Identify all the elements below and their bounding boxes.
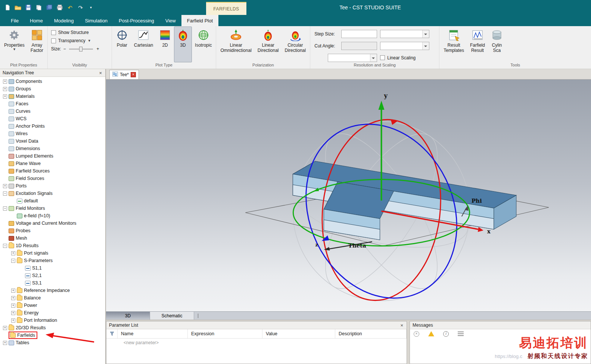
size-decrease-button[interactable]: − xyxy=(63,46,66,52)
expand-icon[interactable]: + xyxy=(11,318,15,323)
tree-item-curves[interactable]: Curves xyxy=(0,108,105,115)
contextual-tab-farfields[interactable]: FARFIELDS xyxy=(206,2,246,15)
expand-icon[interactable]: + xyxy=(11,251,15,255)
cylinder-scan-button[interactable]: Cylin Sca xyxy=(488,27,506,62)
result-templates-button[interactable]: Result Templates xyxy=(441,27,467,62)
menu-tab-farfield-plot[interactable]: Farfield Plot xyxy=(181,15,218,26)
column-header-name[interactable]: Name xyxy=(118,329,188,338)
expand-icon[interactable]: + xyxy=(11,289,15,293)
menu-tab-simulation[interactable]: Simulation xyxy=(79,15,113,26)
scaling-combo[interactable] xyxy=(328,54,377,62)
tree-item-probes[interactable]: Probes xyxy=(0,227,105,234)
2d-plot-button[interactable]: 2D xyxy=(156,27,174,62)
linear-directional-button[interactable]: Linear Directional xyxy=(255,27,282,62)
view-tab-3d[interactable]: 3D xyxy=(106,312,150,320)
circular-directional-button[interactable]: Circular Directional xyxy=(282,27,309,62)
tree-item-voltage-and-current-monitors[interactable]: Voltage and Current Monitors xyxy=(0,220,105,227)
collapse-icon[interactable]: − xyxy=(3,206,7,211)
new-parameter-row[interactable]: <new parameter> xyxy=(106,339,407,346)
warning-icon[interactable] xyxy=(428,331,434,336)
open-folder-icon[interactable] xyxy=(14,4,21,11)
tree-item-s-parameters[interactable]: −S-Parameters xyxy=(0,257,105,264)
cut-angle-combo[interactable] xyxy=(380,42,429,50)
tree-item-dimensions[interactable]: Dimensions xyxy=(0,145,105,152)
collapse-icon[interactable]: − xyxy=(3,244,7,248)
menu-tab-view[interactable]: View xyxy=(160,15,181,26)
tree-item-materials[interactable]: +Materials xyxy=(0,93,105,100)
expand-icon[interactable]: + xyxy=(3,80,7,84)
step-size-input[interactable] xyxy=(341,30,377,38)
tree-item-mesh[interactable]: Mesh xyxy=(0,234,105,242)
tree-item-groups[interactable]: +Groups xyxy=(0,85,105,93)
column-header-value[interactable]: Value xyxy=(262,329,335,338)
save-all-icon[interactable] xyxy=(46,4,53,11)
tree-item-energy[interactable]: +Energy xyxy=(0,309,105,317)
tree-item-port-signals[interactable]: +Port signals xyxy=(0,249,105,257)
checkbox-icon[interactable] xyxy=(51,30,56,35)
expand-icon[interactable]: + xyxy=(11,296,15,300)
column-header-description[interactable]: Description xyxy=(335,329,407,338)
step-size-combo[interactable] xyxy=(380,30,429,38)
view-tab-schematic[interactable]: Schematic xyxy=(150,312,194,320)
expand-icon[interactable]: + xyxy=(3,341,7,345)
tree-item-farfields[interactable]: Farfields xyxy=(0,332,105,339)
tree-item-2d-3d-results[interactable]: +2D/3D Results xyxy=(0,324,105,332)
transparency-control[interactable]: Transparency ▼ xyxy=(51,38,99,43)
tree-item-anchor-points[interactable]: Anchor Points xyxy=(0,122,105,130)
tree-item-plane-wave[interactable]: Plane Wave xyxy=(0,160,105,167)
customize-icon[interactable]: ▼ xyxy=(87,4,94,11)
collapse-icon[interactable]: − xyxy=(11,259,15,263)
tree-item-ports[interactable]: +Ports xyxy=(0,182,105,190)
clear-messages-icon[interactable]: × xyxy=(414,331,419,337)
show-structure-checkbox[interactable]: Show Structure xyxy=(51,30,99,35)
close-icon[interactable]: × xyxy=(98,71,103,75)
tree-item-excitation-signals[interactable]: −Excitation Signals xyxy=(0,190,105,197)
tree-item-voxel-data[interactable]: Voxel Data xyxy=(0,137,105,145)
cartesian-button[interactable]: Cartesian xyxy=(131,27,156,62)
expand-icon[interactable]: + xyxy=(3,87,7,91)
tree-item-balance[interactable]: +Balance xyxy=(0,294,105,302)
checkbox-icon[interactable] xyxy=(51,38,56,43)
redo-icon[interactable]: ↷ xyxy=(77,4,84,11)
filter-icon[interactable] xyxy=(106,329,118,338)
expand-icon[interactable]: + xyxy=(3,94,7,99)
tree-item-field-monitors[interactable]: −Field Monitors xyxy=(0,205,105,212)
tree-item-reference-impedance[interactable]: +Reference Impedance xyxy=(0,287,105,294)
tree-item-wcs[interactable]: WCS xyxy=(0,115,105,122)
array-factor-button[interactable]: Array Factor xyxy=(28,27,46,62)
slider-thumb[interactable] xyxy=(79,47,83,52)
size-increase-button[interactable]: + xyxy=(96,46,99,52)
tree-item-lumped-elements[interactable]: Lumped Elements xyxy=(0,152,105,160)
message-list-icon[interactable] xyxy=(458,332,464,336)
close-tab-icon[interactable]: × xyxy=(131,72,136,77)
size-slider[interactable] xyxy=(69,49,93,50)
tree-item-e-field-f-10[interactable]: e-field (f=10) xyxy=(0,212,105,220)
tree-item-field-sources[interactable]: Field Sources xyxy=(0,175,105,182)
menu-tab-file[interactable]: File xyxy=(5,15,24,26)
3d-plot-button[interactable]: 3D xyxy=(174,27,192,62)
menu-tab-post-processing[interactable]: Post-Processing xyxy=(113,15,160,26)
cut-angle-input[interactable] xyxy=(341,42,377,50)
copy-icon[interactable] xyxy=(35,4,42,11)
expand-icon[interactable]: + xyxy=(11,311,15,315)
print-icon[interactable] xyxy=(56,4,63,11)
tree-item-1d-results[interactable]: −1D Results xyxy=(0,242,105,249)
linear-scaling-checkbox[interactable] xyxy=(380,55,385,60)
new-document-icon[interactable] xyxy=(4,4,11,11)
tree-item-s1-1[interactable]: S1,1 xyxy=(0,264,105,272)
tree-item-s2-1[interactable]: S2,1 xyxy=(0,272,105,279)
close-icon[interactable]: × xyxy=(399,323,404,328)
tree-item-port-information[interactable]: +Port Information xyxy=(0,317,105,324)
tree-item-wires[interactable]: Wires xyxy=(0,130,105,137)
expand-icon[interactable]: + xyxy=(3,184,7,188)
properties-button[interactable]: Properties ▼ xyxy=(1,27,28,62)
tree-item-default[interactable]: default xyxy=(0,197,105,205)
farfield-result-button[interactable]: Farfield Result xyxy=(467,27,488,62)
info-icon[interactable]: i xyxy=(443,331,449,337)
tree-item-power[interactable]: +Power xyxy=(0,302,105,309)
tree-item-farfield-sources[interactable]: Farfield Sources xyxy=(0,167,105,175)
collapse-icon[interactable]: − xyxy=(3,192,7,196)
tree-item-tables[interactable]: +Tables xyxy=(0,339,105,346)
expand-icon[interactable]: + xyxy=(3,326,7,330)
3d-viewport[interactable]: y x z Phi Theta xyxy=(106,80,591,311)
